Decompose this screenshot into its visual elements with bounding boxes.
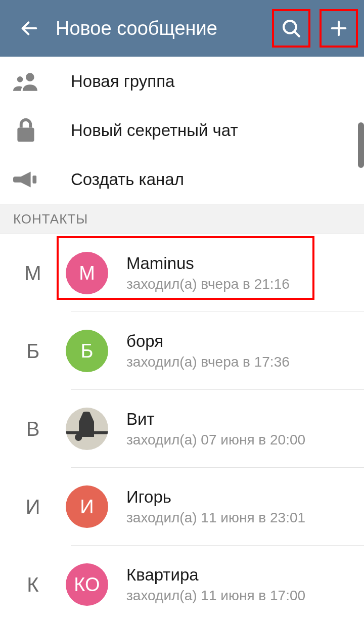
contact-name: Maminus xyxy=(126,254,290,273)
contact-name: Игорь xyxy=(126,487,305,507)
add-button[interactable] xyxy=(320,9,358,48)
action-new-group[interactable]: Новая группа xyxy=(0,57,364,106)
action-secret-chat[interactable]: Новый секретный чат xyxy=(0,106,364,155)
svg-point-5 xyxy=(26,73,34,81)
section-header-contacts: КОНТАКТЫ xyxy=(0,204,364,234)
search-icon xyxy=(281,18,302,39)
contact-info: Maminusзаходил(а) вчера в 21:16 xyxy=(126,254,290,292)
index-letter: И xyxy=(0,496,66,518)
contact-status: заходил(а) 07 июня в 20:00 xyxy=(126,432,305,448)
plus-icon xyxy=(329,18,349,38)
contact-row[interactable]: ММMaminusзаходил(а) вчера в 21:16 xyxy=(0,234,364,312)
contact-status: заходил(а) 11 июня в 17:00 xyxy=(126,588,305,604)
contact-name: Квартира xyxy=(126,565,305,585)
contact-row[interactable]: ККОКвартиразаходил(а) 11 июня в 17:00 xyxy=(0,546,364,623)
contact-name: боря xyxy=(126,332,290,351)
contact-status: заходил(а) 11 июня в 23:01 xyxy=(126,510,305,526)
action-label: Новая группа xyxy=(71,72,174,91)
contact-row[interactable]: ВВитзаходил(а) 07 июня в 20:00 xyxy=(0,390,364,468)
contact-status: заходил(а) вчера в 21:16 xyxy=(126,276,290,292)
index-letter: М xyxy=(0,262,66,285)
svg-rect-8 xyxy=(32,175,36,183)
action-label: Создать канал xyxy=(71,170,184,189)
lock-icon xyxy=(12,117,39,144)
svg-line-2 xyxy=(294,31,299,36)
action-create-channel[interactable]: Создать канал xyxy=(0,155,364,204)
index-letter: К xyxy=(0,573,66,596)
megaphone-icon xyxy=(12,166,39,193)
contact-info: Витзаходил(а) 07 июня в 20:00 xyxy=(126,410,305,448)
contact-info: борязаходил(а) вчера в 17:36 xyxy=(126,332,290,370)
group-icon xyxy=(12,68,39,95)
avatar xyxy=(66,408,108,450)
contact-status: заходил(а) вчера в 17:36 xyxy=(126,354,290,370)
contact-name: Вит xyxy=(126,410,305,429)
app-header: Новое сообщение xyxy=(0,0,364,57)
avatar: Б xyxy=(66,330,108,372)
section-title: КОНТАКТЫ xyxy=(13,211,88,227)
index-letter: В xyxy=(0,418,66,440)
contact-info: Игорьзаходил(а) 11 июня в 23:01 xyxy=(126,487,305,526)
contact-row[interactable]: ИИИгорьзаходил(а) 11 июня в 23:01 xyxy=(0,468,364,546)
search-button[interactable] xyxy=(272,9,310,48)
contact-row[interactable]: ББборязаходил(а) вчера в 17:36 xyxy=(0,312,364,390)
page-title: Новое сообщение xyxy=(56,18,266,39)
svg-point-6 xyxy=(17,76,23,82)
avatar: И xyxy=(66,485,108,528)
contact-info: Квартиразаходил(а) 11 июня в 17:00 xyxy=(126,565,305,604)
scrollbar-thumb[interactable] xyxy=(358,122,364,168)
arrow-left-icon xyxy=(19,18,39,38)
action-label: Новый секретный чат xyxy=(71,121,238,140)
svg-rect-7 xyxy=(17,127,34,142)
contacts-list: ММMaminusзаходил(а) вчера в 21:16ББборяз… xyxy=(0,234,364,623)
avatar: КО xyxy=(66,563,108,606)
avatar: М xyxy=(66,252,108,294)
index-letter: Б xyxy=(0,340,66,363)
back-button[interactable] xyxy=(17,16,41,40)
